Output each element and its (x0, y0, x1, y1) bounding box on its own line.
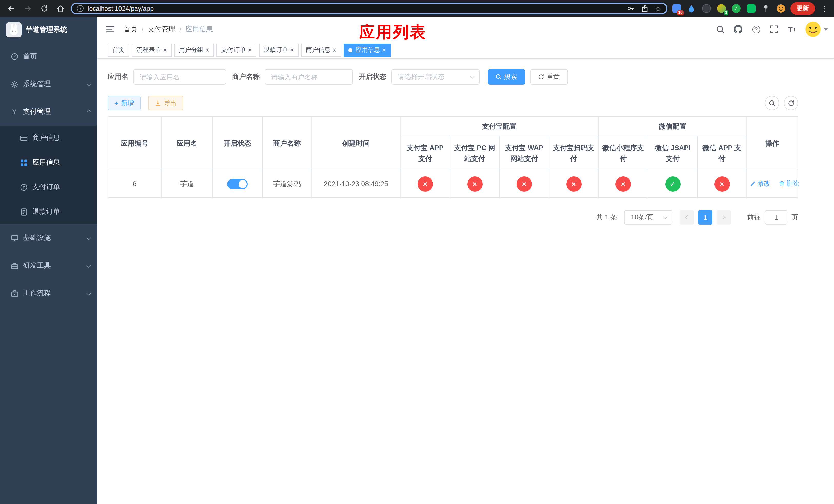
help-icon[interactable] (751, 25, 761, 34)
page-content: 应用名 商户名称 开启状态 请选择开启状态 搜索 重置 (97, 59, 834, 225)
merchant-name-label: 商户名称 (232, 72, 260, 82)
extension-icon-1[interactable]: 10 (672, 3, 682, 14)
extension-icon-4[interactable]: 1 (716, 3, 726, 14)
col-group-alipay-config: 支付宝配置 (400, 117, 598, 136)
plus-icon: + (114, 99, 118, 107)
extension-icon-2[interactable] (686, 3, 697, 14)
status-select[interactable]: 请选择开启状态 (391, 69, 479, 85)
site-info-icon[interactable] (77, 5, 84, 12)
sidebar-item-app-info[interactable]: 应用信息 (0, 150, 97, 175)
dashboard-icon (10, 52, 19, 61)
password-key-icon[interactable] (626, 4, 635, 13)
cell-merchant: 芋道源码 (262, 170, 312, 198)
toggle-search-icon[interactable] (765, 96, 779, 110)
alipay-pc-status-icon: × (467, 176, 482, 191)
share-icon[interactable] (640, 4, 650, 13)
sidebar-item-system[interactable]: 系统管理 (0, 70, 97, 98)
sidebar-item-payment[interactable]: ¥ 支付管理 (0, 98, 97, 125)
breadcrumb-home[interactable]: 首页 (124, 25, 137, 34)
bookmark-star-icon[interactable]: ☆ (655, 4, 661, 13)
sidebar-item-home[interactable]: 首页 (0, 43, 97, 70)
tab-app-info[interactable]: 应用信息 × (344, 43, 391, 56)
sidebar-item-pay-order[interactable]: 支付订单 (0, 175, 97, 200)
extension-icon-5[interactable]: ✓ (731, 3, 741, 14)
tab-home[interactable]: 首页 (108, 43, 129, 56)
pin-extension-icon[interactable] (761, 3, 771, 14)
col-header-alipay-qr: 支付宝扫码支付 (549, 136, 598, 170)
sidebar-item-workflow[interactable]: 工作流程 (0, 279, 97, 307)
fullscreen-icon[interactable] (769, 25, 778, 34)
breadcrumb-payment[interactable]: 支付管理 (148, 25, 175, 34)
add-button-label: 新增 (121, 99, 134, 108)
extension-icon-7[interactable] (775, 3, 786, 14)
hamburger-icon[interactable] (105, 24, 115, 35)
extension-icon-6[interactable] (746, 3, 756, 14)
goto-page-input[interactable] (765, 210, 787, 225)
browser-forward-icon[interactable] (22, 2, 34, 15)
browser-update-button[interactable]: 更新 (790, 2, 815, 15)
grid-icon (20, 158, 28, 167)
breadcrumb-separator: / (179, 25, 181, 33)
sidebar-item-refund-order[interactable]: 退款订单 (0, 200, 97, 224)
user-menu[interactable] (805, 22, 828, 37)
add-button[interactable]: + 新增 (108, 96, 140, 110)
monitor-icon (10, 234, 19, 242)
tab-process-form[interactable]: 流程表单 × (132, 43, 172, 56)
sidebar-item-label: 基础设施 (23, 233, 51, 243)
search-icon[interactable] (716, 25, 725, 34)
close-icon[interactable]: × (290, 47, 294, 53)
sidebar-item-dev-tools[interactable]: 研发工具 (0, 252, 97, 279)
close-icon[interactable]: × (248, 47, 251, 53)
browser-menu-icon[interactable]: ⋮ (820, 4, 829, 13)
col-header-wx-mini: 微信小程序支付 (598, 136, 648, 170)
extension-icon-3[interactable] (701, 3, 711, 14)
export-button[interactable]: 导出 (148, 96, 183, 110)
sidebar-item-label: 研发工具 (23, 261, 51, 270)
font-size-icon[interactable] (787, 25, 796, 34)
cell-app-name: 芋道 (161, 170, 213, 198)
browser-back-icon[interactable] (5, 2, 18, 15)
col-header-alipay-pc: 支付宝 PC 网站支付 (450, 136, 499, 170)
app-table: 应用编号 应用名 开启状态 商户名称 创建时间 支付宝配置 微信配置 操作 支付… (108, 116, 798, 198)
edit-button[interactable]: 修改 (750, 180, 770, 188)
browser-home-icon[interactable] (54, 2, 67, 15)
reset-button[interactable]: 重置 (530, 69, 568, 85)
sidebar-item-label: 系统管理 (23, 79, 51, 89)
prev-page-button[interactable] (680, 210, 694, 225)
delete-button[interactable]: 删除 (778, 180, 799, 188)
close-icon[interactable]: × (163, 47, 167, 53)
tab-label: 商户信息 (306, 46, 331, 54)
cell-created: 2021-10-23 08:49:25 (312, 170, 400, 198)
table-toolbar: + 新增 导出 (108, 96, 798, 110)
tab-pay-order[interactable]: 支付订单 × (216, 43, 256, 56)
navbar-actions (716, 22, 828, 37)
close-icon[interactable]: × (333, 47, 336, 53)
merchant-name-input[interactable] (264, 69, 353, 85)
tab-refund-order[interactable]: 退款订单 × (259, 43, 299, 56)
close-icon[interactable]: × (205, 47, 209, 53)
sidebar-item-merchant-info[interactable]: 商户信息 (0, 125, 97, 150)
pager: 1 (680, 210, 731, 225)
status-toggle[interactable] (227, 179, 248, 189)
cell-wx-mini: × (598, 170, 648, 198)
sidebar-item-infra[interactable]: 基础设施 (0, 224, 97, 252)
extension-badge: 1 (724, 10, 728, 15)
avatar[interactable] (805, 22, 821, 37)
refresh-table-icon[interactable] (784, 96, 798, 110)
app-logo-row[interactable]: 芋道管理系统 (0, 17, 97, 43)
breadcrumb-separator: / (141, 25, 144, 33)
url-text[interactable]: localhost:1024/pay/app (88, 5, 154, 12)
app-name-input[interactable] (133, 69, 226, 85)
close-icon[interactable]: × (382, 47, 386, 53)
app-title: 芋道管理系统 (26, 25, 67, 35)
search-button[interactable]: 搜索 (487, 69, 525, 85)
page-number-button[interactable]: 1 (698, 210, 712, 225)
address-bar[interactable]: localhost:1024/pay/app ☆ (71, 3, 667, 14)
next-page-button[interactable] (717, 210, 731, 225)
github-icon[interactable] (733, 25, 743, 34)
tab-merchant-info[interactable]: 商户信息 × (301, 43, 341, 56)
browser-refresh-icon[interactable] (38, 2, 50, 15)
tab-user-group[interactable]: 用户分组 × (174, 43, 214, 56)
page-size-select[interactable]: 10条/页 (624, 210, 673, 225)
app-logo (6, 22, 22, 38)
